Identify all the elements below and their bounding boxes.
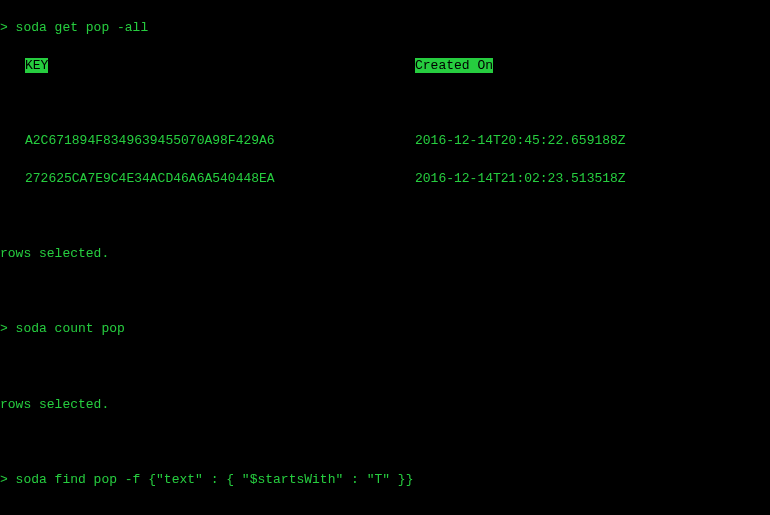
rows-selected-text: rows selected. [0,396,770,415]
table-row: A2C671894F8349639455070A98F429A62016-12-… [0,132,770,151]
terminal-output: > soda get pop -all KEYCreated On A2C671… [0,0,770,515]
column-header-key: KEY [25,58,48,73]
column-header-created: Created On [415,58,493,73]
cell-key: 272625CA7E9C4E34ACD46A6A540448EA [25,170,415,189]
command-line: > soda count pop [0,320,770,339]
cell-created: 2016-12-14T21:02:23.513518Z [415,171,626,186]
cell-created: 2016-12-14T20:45:22.659188Z [415,133,626,148]
command-line: > soda get pop -all [0,19,770,38]
command-line: > soda find pop -f {"text" : { "$startsW… [0,471,770,490]
table-header-row: KEYCreated On [0,57,770,76]
table-row: 272625CA7E9C4E34ACD46A6A540448EA2016-12-… [0,170,770,189]
rows-selected-text: rows selected. [0,245,770,264]
cell-key: A2C671894F8349639455070A98F429A6 [25,132,415,151]
